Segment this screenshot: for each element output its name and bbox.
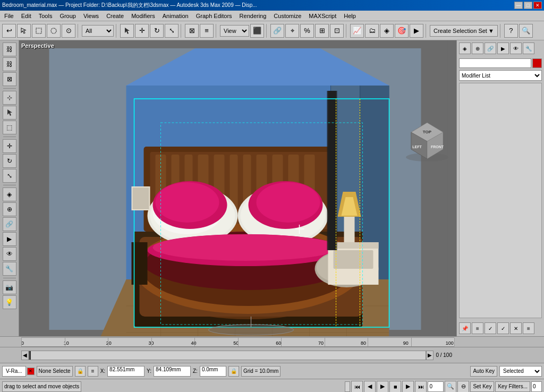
rotate-lt-button[interactable]: ↻ [3, 154, 16, 168]
rp-more-button[interactable]: ≡ [523, 322, 534, 334]
color-swatch[interactable] [532, 58, 542, 68]
lock-xyz-button[interactable]: 🔒 [228, 366, 239, 377]
menu-item-create[interactable]: Create [103, 12, 127, 20]
menu-item-group[interactable]: Group [56, 12, 79, 20]
select-region-lt-button[interactable]: ⬚ [3, 121, 16, 134]
prev-key-button[interactable]: ◀ [364, 381, 376, 393]
rp-motion-button[interactable]: ▶ [497, 42, 509, 54]
angle-snap-button[interactable]: ⌖ [285, 24, 299, 38]
material-editor-button[interactable]: ◈ [380, 24, 394, 38]
zoom-out-time-button[interactable]: ⊖ [457, 381, 469, 393]
select-circle-button[interactable] [47, 24, 61, 38]
hierarchy-lt-button[interactable]: 🔗 [3, 217, 16, 231]
camera-lt-button[interactable]: 📷 [3, 280, 16, 294]
color-text-input[interactable] [459, 58, 531, 68]
rp-display-button[interactable]: 👁 [510, 42, 522, 54]
minimize-button[interactable]: — [514, 2, 523, 9]
selected-dropdown[interactable]: Selected [499, 366, 542, 377]
select-object-button[interactable] [17, 24, 31, 38]
light-lt-button[interactable]: 💡 [3, 295, 16, 309]
rp-params-button[interactable]: ≡ [472, 322, 483, 334]
align-button[interactable]: ≡ [200, 24, 214, 38]
display-lt-button[interactable]: 👁 [3, 247, 16, 261]
rp-check2-button[interactable]: ✓ [497, 322, 509, 334]
rp-utilities-button[interactable]: 🔧 [523, 42, 534, 54]
select-lasso-button[interactable]: ⊙ [62, 24, 75, 38]
set-key-button[interactable]: Set Key [470, 381, 494, 392]
nav-cube[interactable]: TOP LEFT FRONT [403, 117, 451, 165]
scale-lt-button[interactable]: ⤡ [3, 169, 16, 183]
unlink-button[interactable]: ⛓ [3, 57, 16, 71]
menu-item-rendering[interactable]: Rendering [236, 12, 270, 20]
viewport-container[interactable]: Perspective [19, 40, 456, 336]
select-tool-button[interactable] [120, 24, 134, 38]
auto-key-button[interactable]: Auto Key [470, 366, 497, 377]
play-button[interactable]: ▶ [377, 381, 388, 393]
link-button[interactable]: ⛓ [3, 42, 16, 56]
help-button[interactable]: ? [504, 24, 518, 38]
rp-hierarchy-button[interactable]: 🔗 [484, 42, 496, 54]
bind-warp-button[interactable]: ⊠ [3, 72, 16, 86]
create-selection-set-button[interactable]: Create Selection Set ▼ [430, 25, 498, 37]
add-time-tag-button[interactable] [345, 381, 350, 392]
x-coordinate-input[interactable]: 82.551mm [107, 366, 144, 377]
create-lt-button[interactable]: ◈ [3, 188, 16, 201]
rp-create-button[interactable]: ◈ [459, 42, 471, 54]
menu-item-modifiers[interactable]: Modifiers [128, 12, 158, 20]
modifier-list-dropdown[interactable]: Modifier ListBendTaperTwistNoiseSmoothTu… [459, 70, 542, 81]
timeline-track[interactable] [29, 351, 426, 360]
render-button[interactable]: ▶ [410, 24, 423, 38]
prev-frame-button[interactable]: ⏮ [351, 381, 363, 393]
menu-item-graph-editors[interactable]: Graph Editors [193, 12, 235, 20]
select-scale-button[interactable]: ⤡ [165, 24, 178, 38]
curve-editor-button[interactable]: 📈 [350, 24, 364, 38]
percent-snap-button[interactable]: % [300, 24, 314, 38]
timeline-scroll-right[interactable]: ▶ [426, 351, 434, 360]
menu-item-animation[interactable]: Animation [159, 12, 192, 20]
vp-tab-vray[interactable]: V-Ra... [2, 366, 26, 377]
schematic-button[interactable]: 🗂 [365, 24, 379, 38]
rp-x-button[interactable]: ✕ [510, 322, 522, 334]
close-vray-button[interactable]: ✕ [27, 368, 35, 375]
utilities-lt-button[interactable]: 🔧 [3, 262, 16, 276]
motion-lt-button[interactable]: ▶ [3, 232, 16, 246]
timeline-scroll-left[interactable]: ◀ [21, 351, 29, 360]
current-frame-field[interactable]: 0 [428, 381, 444, 392]
named-sel-button[interactable]: ⊡ [330, 24, 344, 38]
y-coordinate-input[interactable]: 84.109mm [154, 366, 191, 377]
selection-options-button[interactable]: ≡ [88, 366, 98, 377]
menu-item-maxscript[interactable]: MAXScript [305, 12, 339, 20]
render-setup-button[interactable]: 🎯 [395, 24, 409, 38]
select-region-button[interactable] [32, 24, 46, 38]
close-button[interactable]: ✕ [533, 2, 542, 9]
selection-lock-button[interactable]: 🔒 [75, 366, 86, 377]
key-filters-button[interactable]: Key Filters... [495, 381, 530, 392]
viewport-shading-button[interactable]: ⬛ [250, 24, 264, 38]
rp-modify-button[interactable]: ⊕ [472, 42, 483, 54]
next-key-button[interactable]: ▶ [402, 381, 414, 393]
maximize-button[interactable]: □ [524, 2, 532, 9]
next-frame-button[interactable]: ⏭ [415, 381, 427, 393]
rp-check-button[interactable]: ✓ [484, 322, 496, 334]
z-coordinate-input[interactable]: 0.0mm [200, 366, 226, 377]
selection-filter-button[interactable]: ⊹ [3, 91, 16, 105]
zoom-in-time-button[interactable]: 🔍 [445, 381, 456, 393]
undo-button[interactable]: ↩ [2, 24, 16, 38]
mirror-button[interactable]: ⊠ [185, 24, 199, 38]
select-rotate-button[interactable]: ↻ [150, 24, 164, 38]
select-move-button[interactable]: ✛ [135, 24, 149, 38]
spinner-snap-button[interactable]: ⊞ [315, 24, 329, 38]
menu-item-file[interactable]: File [1, 12, 17, 20]
menu-item-views[interactable]: Views [80, 12, 102, 20]
rp-pin-button[interactable]: 📌 [459, 322, 471, 334]
stop-button[interactable]: ■ [389, 381, 401, 393]
menu-item-edit[interactable]: Edit [18, 12, 35, 20]
search-button[interactable]: 🔍 [519, 24, 533, 38]
move-lt-button[interactable]: ✛ [3, 139, 16, 153]
menu-item-customize[interactable]: Customize [270, 12, 304, 20]
viewport-mode-dropdown[interactable]: View [220, 25, 249, 37]
modify-lt-button[interactable]: ⊕ [3, 202, 16, 216]
select-obj-button[interactable] [3, 106, 16, 120]
filter-dropdown[interactable]: All [82, 25, 114, 37]
snap-toggle-button[interactable]: 🔗 [270, 24, 284, 38]
